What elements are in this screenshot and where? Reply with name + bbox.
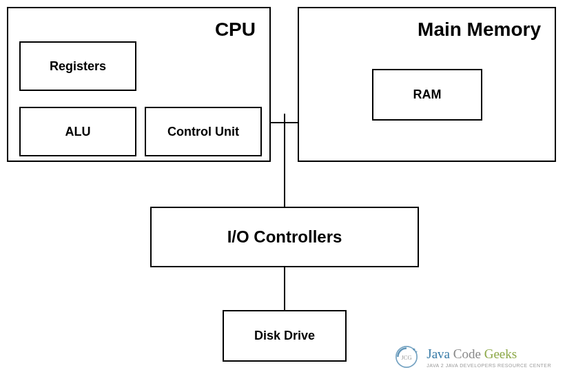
watermark-java: Java	[427, 347, 450, 361]
svg-point-2	[415, 351, 418, 353]
watermark-text: Java Code Geeks JAVA 2 JAVA DEVELOPERS R…	[427, 347, 551, 368]
svg-text:JCG: JCG	[402, 355, 412, 361]
ram-label: RAM	[413, 87, 442, 102]
connector-junction-cap	[284, 114, 285, 131]
connector-to-io	[284, 131, 285, 207]
watermark: JCG Java Code Geeks JAVA 2 JAVA DEVELOPE…	[392, 342, 551, 371]
svg-point-1	[413, 348, 415, 350]
cpu-title: CPU	[215, 19, 256, 41]
registers-box: Registers	[19, 41, 136, 91]
ram-box: RAM	[372, 69, 482, 121]
alu-label: ALU	[65, 125, 91, 139]
alu-box: ALU	[19, 107, 136, 156]
registers-label: Registers	[50, 59, 106, 74]
io-controllers-box: I/O Controllers	[150, 207, 419, 267]
memory-title: Main Memory	[418, 19, 541, 41]
watermark-brand: Java Code Geeks	[427, 347, 551, 362]
watermark-tagline: JAVA 2 JAVA DEVELOPERS RESOURCE CENTER	[427, 363, 551, 368]
watermark-geeks: Geeks	[484, 347, 517, 361]
control-unit-box: Control Unit	[145, 107, 262, 156]
jcg-logo-icon: JCG	[392, 342, 421, 371]
disk-drive-box: Disk Drive	[223, 310, 347, 362]
io-controllers-label: I/O Controllers	[227, 227, 342, 247]
disk-drive-label: Disk Drive	[254, 329, 315, 343]
watermark-code: Code	[453, 347, 481, 361]
control-unit-label: Control Unit	[167, 125, 239, 139]
connector-io-disk	[284, 267, 285, 310]
